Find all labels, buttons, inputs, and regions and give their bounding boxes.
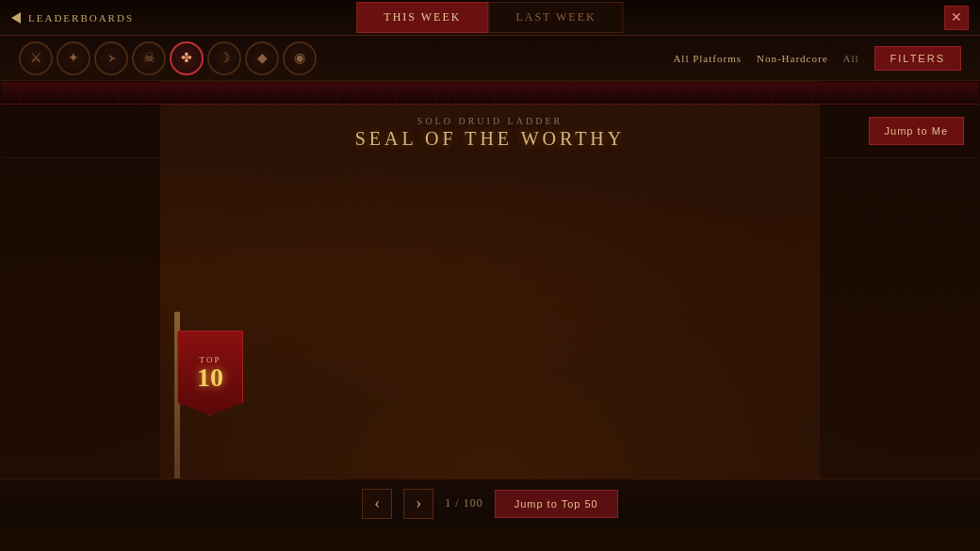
jump-to-me-button[interactable]: Jump to Me	[869, 117, 964, 145]
jump-top-button[interactable]: Jump to Top 50	[495, 490, 618, 518]
page-separator: /	[455, 496, 463, 510]
class-icon-type7[interactable]: ◆	[245, 41, 279, 75]
class-icon-necromancer[interactable]: ☠	[132, 41, 166, 75]
back-button[interactable]: LEADERBOARDS	[11, 12, 134, 24]
class-icon-type8[interactable]: ◉	[283, 41, 317, 75]
content-area: TOP 10 Solo Druid Ladder SEAL OF THE WOR…	[0, 81, 980, 478]
pagination-bar: 1 / 100 Jump to Top 50	[0, 478, 980, 527]
banner-flag: TOP 10	[177, 331, 243, 415]
icons-bar: ⚔ ✦ ᚛ ☠ ✤ ☽ ◆ ◉ All Platforms Non-Hardco…	[0, 36, 980, 81]
filters-button[interactable]: Filters	[874, 46, 961, 71]
top10-banner: TOP 10	[174, 312, 180, 478]
class-icon-rogue[interactable]: ✤	[170, 41, 204, 75]
chevron-left-icon	[374, 494, 380, 513]
class-icon-barbarian[interactable]: ⚔	[19, 41, 53, 75]
prev-page-button[interactable]	[362, 489, 392, 519]
filter-group: All Platforms Non-Hardcore All Filters	[673, 46, 961, 71]
platform-filter[interactable]: All Platforms	[673, 53, 742, 64]
ladder-subtitle: Solo Druid Ladder	[1, 116, 979, 126]
class-icon-druid[interactable]: ᚛	[94, 41, 128, 75]
close-button[interactable]: ✕	[944, 6, 969, 30]
class-icon-sorcerer[interactable]: ✦	[57, 41, 90, 75]
tab-group: THIS WEEK LAST WEEK	[356, 2, 623, 33]
ladder-title-section: Solo Druid Ladder SEAL OF THE WORTHY Jum…	[1, 105, 979, 158]
tab-last-week[interactable]: LAST WEEK	[488, 2, 623, 33]
hardcore-filter[interactable]: Non-Hardcore	[757, 53, 828, 64]
current-page: 1	[445, 496, 451, 510]
back-arrow-icon	[11, 12, 21, 24]
tab-this-week[interactable]: THIS WEEK	[356, 2, 488, 33]
page-info: 1 / 100	[445, 496, 482, 510]
header-decoration	[1, 82, 979, 105]
banner-pole: TOP 10	[174, 312, 180, 478]
next-page-button[interactable]	[403, 489, 433, 519]
total-pages: 100	[464, 496, 483, 510]
top-bar: LEADERBOARDS THIS WEEK LAST WEEK ✕	[0, 0, 980, 36]
ladder-main-title: SEAL OF THE WORTHY	[1, 128, 979, 150]
chevron-right-icon	[416, 494, 421, 513]
banner-number: 10	[197, 365, 223, 391]
back-label: LEADERBOARDS	[28, 12, 134, 24]
all-filter[interactable]: All	[843, 53, 859, 64]
class-icon-type6[interactable]: ☽	[207, 41, 241, 75]
